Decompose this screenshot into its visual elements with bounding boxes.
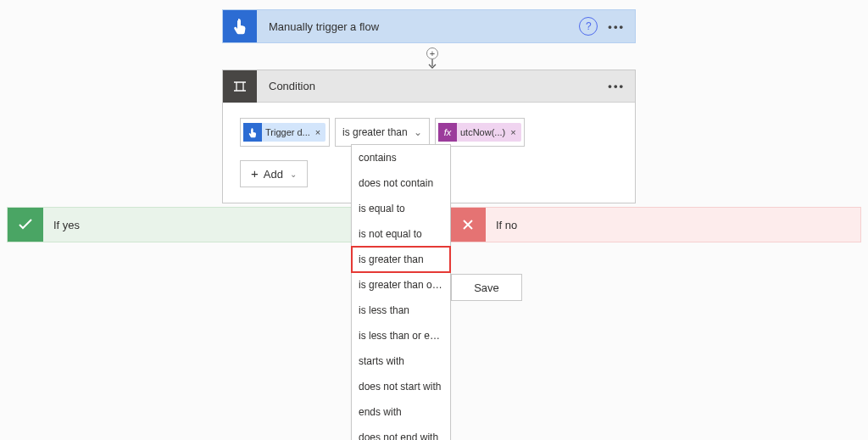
condition-header[interactable]: Condition ••• bbox=[223, 70, 635, 103]
branch-yes-label: If yes bbox=[53, 219, 80, 231]
operator-option[interactable]: does not end with bbox=[352, 425, 450, 440]
add-condition-button[interactable]: + Add ⌄ bbox=[240, 160, 308, 187]
condition-icon bbox=[223, 70, 257, 103]
operator-option[interactable]: is greater than bbox=[352, 247, 450, 272]
operator-option[interactable]: contains bbox=[352, 145, 450, 170]
touch-icon bbox=[243, 123, 262, 142]
add-button-label: Add bbox=[264, 168, 283, 181]
operator-option[interactable]: is equal to bbox=[352, 196, 450, 221]
branch-if-no[interactable]: If no bbox=[449, 207, 861, 242]
remove-token-icon[interactable]: × bbox=[509, 127, 515, 137]
operator-option[interactable]: starts with bbox=[352, 348, 450, 374]
touch-icon bbox=[223, 10, 257, 42]
trigger-card[interactable]: Manually trigger a flow ? ••• bbox=[222, 9, 636, 43]
more-menu-icon[interactable]: ••• bbox=[608, 20, 625, 33]
fx-icon: fx bbox=[438, 123, 457, 142]
token-trigger-date[interactable]: Trigger d... × bbox=[243, 123, 326, 142]
arrow-down-icon bbox=[428, 59, 437, 70]
remove-token-icon[interactable]: × bbox=[314, 127, 320, 137]
save-button-label: Save bbox=[474, 281, 499, 294]
add-step-icon[interactable]: + bbox=[426, 47, 438, 59]
token-utcnow[interactable]: fx utcNow(...) × bbox=[438, 123, 521, 142]
condition-operator-select[interactable]: is greater than ⌄ bbox=[335, 118, 430, 147]
chevron-down-icon: ⌄ bbox=[290, 170, 297, 179]
operator-option[interactable]: is less than or equal to bbox=[352, 323, 450, 348]
trigger-title: Manually trigger a flow bbox=[269, 20, 579, 33]
operator-option[interactable]: is less than bbox=[352, 298, 450, 323]
operator-option[interactable]: ends with bbox=[352, 399, 450, 425]
condition-right-value[interactable]: fx utcNow(...) × bbox=[435, 118, 525, 147]
token-label: utcNow(...) bbox=[457, 127, 509, 137]
operator-option[interactable]: is greater than or equal to bbox=[352, 272, 450, 298]
token-label: Trigger d... bbox=[262, 127, 314, 137]
operator-option[interactable]: does not contain bbox=[352, 170, 450, 196]
cross-icon bbox=[450, 208, 486, 242]
save-button[interactable]: Save bbox=[451, 274, 522, 301]
condition-left-value[interactable]: Trigger d... × bbox=[240, 118, 330, 147]
branch-no-label: If no bbox=[496, 219, 517, 231]
operator-option[interactable]: does not start with bbox=[352, 374, 450, 399]
operator-dropdown-list[interactable]: containsdoes not containis equal tois no… bbox=[351, 144, 451, 440]
operator-option[interactable]: is not equal to bbox=[352, 221, 450, 247]
check-icon bbox=[8, 208, 43, 242]
operator-selected-label: is greater than bbox=[342, 126, 408, 138]
condition-title: Condition bbox=[269, 80, 608, 92]
chevron-down-icon: ⌄ bbox=[414, 126, 422, 138]
condition-more-icon[interactable]: ••• bbox=[608, 80, 625, 92]
help-icon[interactable]: ? bbox=[579, 17, 598, 36]
